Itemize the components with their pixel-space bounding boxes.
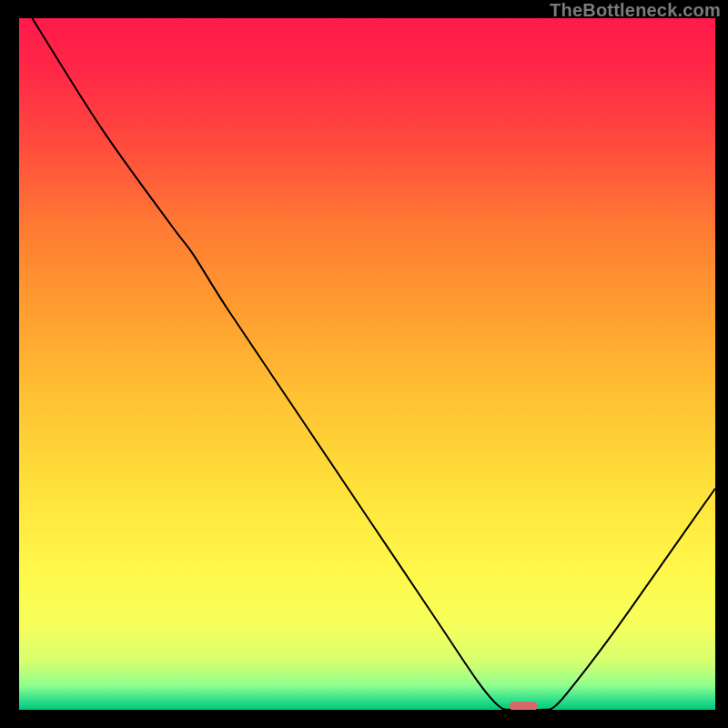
chart-container: TheBottleneck.com (0, 0, 728, 728)
x-axis (16, 710, 717, 713)
curve-layer (18, 18, 715, 710)
watermark-text: TheBottleneck.com (550, 0, 721, 21)
bottleneck-curve (32, 18, 715, 710)
plot-area (18, 18, 715, 710)
y-axis (16, 18, 19, 712)
optimum-marker (510, 702, 538, 710)
